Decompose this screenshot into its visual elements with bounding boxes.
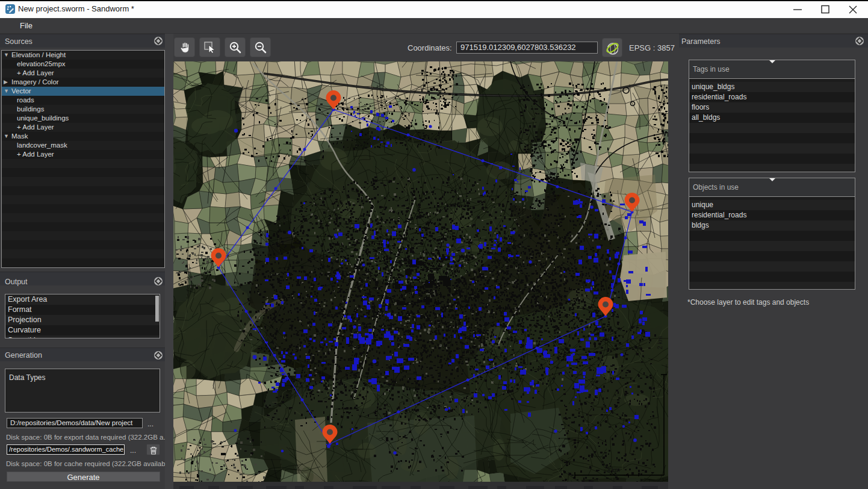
svg-text:2 km: 2 km [607, 467, 620, 473]
svg-text:2 km: 2 km [657, 336, 663, 349]
